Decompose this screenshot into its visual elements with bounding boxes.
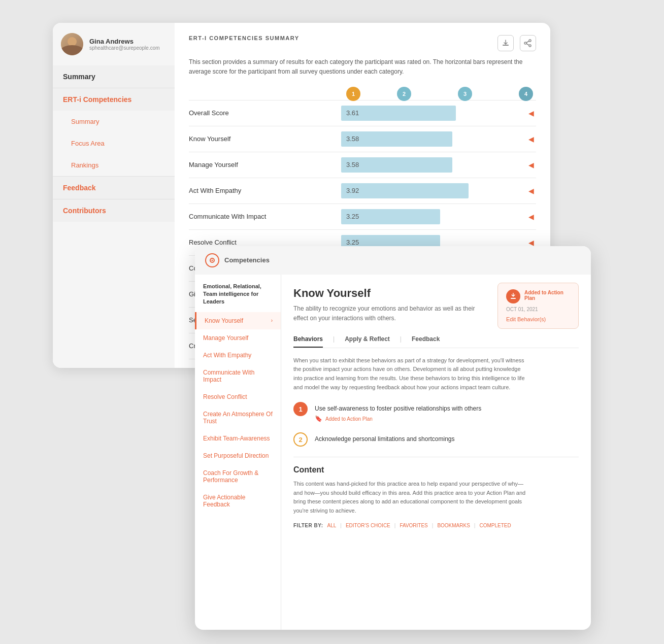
left-panel-link-direction[interactable]: Set Purposeful Direction	[203, 452, 269, 459]
filter-bookmarks[interactable]: BOOKMARKS	[437, 523, 470, 528]
action-plan-small-icon: 🔖	[315, 415, 322, 422]
score-bar-container: 3.92 ◀	[341, 183, 518, 198]
left-panel-link-empathy[interactable]: Act With Empathy	[203, 352, 251, 359]
filter-completed[interactable]: COMPLETED	[479, 523, 511, 528]
left-panel-link-coach[interactable]: Coach For Growth & Performance	[203, 469, 273, 484]
filter-label: FILTER BY:	[293, 523, 323, 528]
behavior-text-2: Acknowledge personal limitations and sho…	[315, 432, 579, 443]
left-panel-link-give[interactable]: Give Actionable Feedback	[203, 494, 273, 508]
filter-row: FILTER BY: ALL | EDITOR'S CHOICE | FAVOR…	[293, 523, 579, 528]
filter-favorites[interactable]: FAVORITES	[400, 523, 427, 528]
sidebar-item-summary-sub[interactable]: Summary	[53, 111, 175, 132]
score-arrow[interactable]: ◀	[528, 161, 534, 169]
left-panel-link-conflict[interactable]: Resolve Conflict	[203, 393, 247, 400]
svg-point-7	[212, 259, 213, 261]
svg-point-2	[524, 42, 526, 44]
user-profile: Gina Andrews sphealthcare@surepeople.com	[53, 23, 175, 65]
action-plan-label: Added to Action Plan	[524, 290, 570, 301]
score-label: Act With Empathy	[189, 187, 341, 194]
sidebar-item-focus-area[interactable]: Focus Area	[53, 132, 175, 154]
filter-all[interactable]: ALL	[327, 523, 337, 528]
tabs-row: Behaviors | Apply & Reflect | Feedback	[293, 331, 579, 348]
score-bar: 3.58	[341, 157, 452, 173]
content-header: ERT-I COMPETENCIES SUMMARY	[189, 35, 536, 51]
competencies-icon	[205, 253, 219, 267]
svg-point-3	[529, 45, 531, 47]
scale-marker-4: 4	[519, 87, 533, 101]
scale-marker-1: 1	[346, 87, 360, 101]
user-name: Gina Andrews	[89, 38, 160, 45]
left-panel-item-direction[interactable]: Set Purposeful Direction	[195, 447, 281, 464]
right-panel: Know Yourself The ability to recognize y…	[281, 275, 591, 630]
edit-behavior-link[interactable]: Edit Behavior(s)	[506, 316, 570, 322]
behavior-number-1: 1	[293, 402, 308, 416]
overlay-card: Competencies Emotional, Relational, Team…	[195, 246, 591, 630]
sidebar-item-erti[interactable]: ERT-i Competencies	[53, 88, 175, 111]
filter-editors-choice[interactable]: EDITOR'S CHOICE	[346, 523, 390, 528]
left-panel-item-trust[interactable]: Create An Atmosphere Of Trust	[195, 405, 281, 430]
left-panel-item-manage[interactable]: Manage Yourself	[195, 329, 281, 347]
sidebar-item-rankings[interactable]: Rankings	[53, 154, 175, 176]
scale-marker-2: 2	[397, 87, 411, 101]
sidebar-nav: Summary ERT-i Competencies Summary Focus…	[53, 65, 175, 368]
chevron-right-icon: ›	[271, 318, 273, 323]
added-badge-text: Added to Action Plan	[325, 416, 373, 422]
score-row-communicate: Communicate With Impact 3.25 ◀	[189, 204, 536, 229]
action-plan-badge: Added to Action Plan OCT 01, 2021 Edit B…	[497, 283, 579, 329]
tab-feedback[interactable]: Feedback	[412, 331, 440, 348]
score-label: Overall Score	[189, 109, 341, 117]
tab-apply-reflect[interactable]: Apply & Reflect	[345, 331, 390, 348]
score-bar: 3.25	[341, 209, 440, 224]
left-panel-item-empathy[interactable]: Act With Empathy	[195, 347, 281, 364]
content-description: This section provides a summary of resul…	[189, 57, 534, 77]
score-bar: 3.61	[341, 106, 456, 121]
left-panel-link-communicate[interactable]: Communicate With Impact	[203, 369, 273, 383]
score-row-empathy: Act With Empathy 3.92 ◀	[189, 178, 536, 204]
content-section: Content This content was hand-picked for…	[293, 457, 579, 528]
content-section-title: Content	[293, 465, 579, 474]
share-button[interactable]	[520, 35, 536, 51]
competency-desc: The ability to recognize your emotions a…	[293, 304, 486, 323]
action-plan-date: OCT 01, 2021	[506, 307, 570, 312]
left-panel: Emotional, Relational, Team intelligence…	[195, 275, 281, 630]
score-label: Communicate With Impact	[189, 213, 341, 220]
overlay-header: Competencies	[195, 246, 591, 275]
score-bar: 3.58	[341, 131, 452, 147]
score-row-manage: Manage Yourself 3.58 ◀	[189, 152, 536, 178]
left-panel-item-conflict[interactable]: Resolve Conflict	[195, 388, 281, 405]
score-arrow[interactable]: ◀	[528, 135, 534, 143]
score-arrow[interactable]: ◀	[528, 239, 534, 247]
tab-behaviors[interactable]: Behaviors	[293, 331, 323, 348]
content-section-text: This content was hand-picked for this pr…	[293, 480, 527, 515]
svg-rect-8	[511, 298, 516, 299]
sidebar-item-feedback[interactable]: Feedback	[53, 177, 175, 199]
score-arrow[interactable]: ◀	[528, 213, 534, 221]
left-panel-item-know[interactable]: Know Yourself ›	[195, 312, 281, 329]
left-panel-link-team[interactable]: Exhibit Team-Awareness	[203, 435, 270, 442]
content-title: ERT-I COMPETENCIES SUMMARY	[189, 35, 300, 41]
behaviors-intro: When you start to exhibit these behavior…	[293, 356, 527, 392]
score-label: Resolve Conflict	[189, 239, 341, 246]
download-button[interactable]	[497, 35, 514, 51]
left-panel-link-manage[interactable]: Manage Yourself	[203, 334, 248, 342]
score-arrow[interactable]: ◀	[528, 109, 534, 117]
left-panel-title: Emotional, Relational, Team intelligence…	[195, 283, 281, 312]
added-to-action-plan-badge: 🔖 Added to Action Plan	[315, 415, 481, 422]
sidebar-item-summary-top[interactable]: Summary	[53, 65, 175, 88]
left-panel-item-coach[interactable]: Coach For Growth & Performance	[195, 464, 281, 489]
sidebar-item-contributors[interactable]: Contributors	[53, 199, 175, 222]
score-row-know: Know Yourself 3.58 ◀	[189, 126, 536, 152]
left-panel-item-communicate[interactable]: Communicate With Impact	[195, 364, 281, 388]
user-info: Gina Andrews sphealthcare@surepeople.com	[89, 38, 160, 51]
left-panel-link-trust[interactable]: Create An Atmosphere Of Trust	[203, 411, 273, 425]
svg-rect-0	[503, 45, 509, 46]
score-arrow[interactable]: ◀	[528, 187, 534, 195]
sidebar: Gina Andrews sphealthcare@surepeople.com…	[53, 23, 175, 368]
left-panel-link-know[interactable]: Know Yourself	[205, 317, 243, 324]
score-label: Manage Yourself	[189, 161, 341, 168]
left-panel-item-give[interactable]: Give Actionable Feedback	[195, 489, 281, 513]
score-bar: 3.92	[341, 183, 469, 198]
left-panel-item-team[interactable]: Exhibit Team-Awareness	[195, 430, 281, 447]
svg-line-5	[526, 44, 529, 45]
overlay-body: Emotional, Relational, Team intelligence…	[195, 275, 591, 630]
